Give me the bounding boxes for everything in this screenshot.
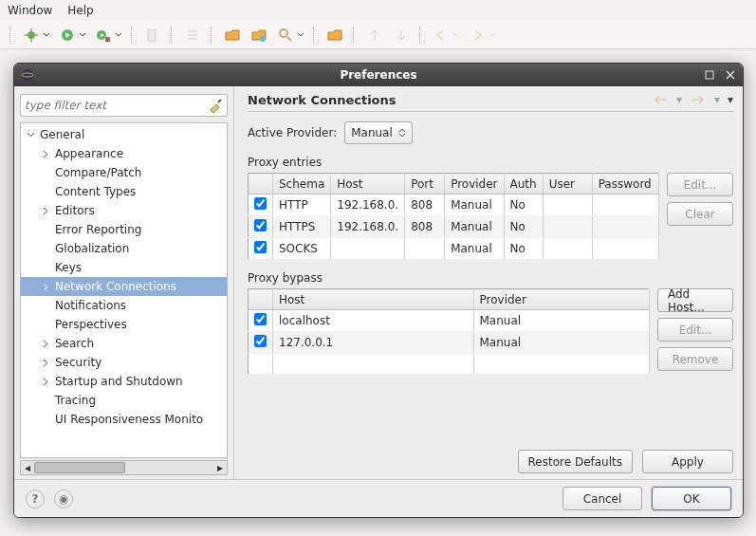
cell-user [543, 238, 592, 260]
col-bypass-host[interactable]: Host [273, 289, 474, 310]
twisty-closed-icon[interactable] [40, 338, 51, 349]
table-row[interactable]: 127.0.0.1Manual [249, 332, 650, 354]
maximize-icon[interactable] [701, 66, 718, 83]
run-external-icon[interactable] [93, 25, 114, 46]
open-task-icon[interactable] [249, 25, 269, 46]
chevron-down-icon[interactable] [42, 25, 51, 46]
col-auth[interactable]: Auth [504, 174, 543, 194]
twisty-closed-icon[interactable] [40, 148, 51, 159]
tree-label: Keys [55, 261, 82, 274]
table-row[interactable]: HTTP192.168.0.808ManualNo [249, 194, 659, 216]
twisty-open-icon[interactable] [25, 129, 36, 140]
cell-port [405, 238, 445, 260]
twisty-empty [40, 395, 51, 406]
chevron-down-icon[interactable] [114, 25, 123, 46]
table-row[interactable]: localhostManual [249, 310, 650, 332]
filter-field[interactable] [20, 94, 228, 117]
tree-item[interactable]: Appearance [21, 144, 227, 163]
tree-label: Network Connections [55, 280, 176, 293]
col-bypass-provider[interactable]: Provider [473, 289, 650, 310]
scroll-right-icon[interactable]: ▸ [213, 461, 227, 474]
row-checkbox[interactable] [254, 241, 267, 253]
restore-defaults-button[interactable]: Restore Defaults [518, 450, 633, 473]
back-arrow-icon[interactable] [652, 92, 669, 107]
col-host[interactable]: Host [331, 174, 405, 194]
tree-item[interactable]: Startup and Shutdown [21, 372, 227, 391]
forward-arrow-icon[interactable] [690, 92, 707, 107]
close-icon[interactable] [722, 66, 739, 83]
row-checkbox[interactable] [254, 335, 267, 347]
clear-filter-icon[interactable] [208, 98, 223, 113]
tree-item[interactable]: Perspectives [21, 315, 227, 334]
tree-item[interactable]: Search [21, 334, 227, 353]
chevron-down-icon[interactable] [296, 25, 305, 46]
preferences-tree[interactable]: General AppearanceCompare/PatchContent T… [20, 122, 228, 458]
dialog-bottom-bar: ? ◉ Cancel OK [14, 479, 743, 517]
col-password[interactable]: Password [592, 174, 658, 194]
tree-label: Appearance [55, 147, 123, 160]
help-icon[interactable]: ? [26, 490, 45, 508]
col-provider[interactable]: Provider [445, 174, 504, 194]
row-checkbox[interactable] [254, 197, 267, 210]
cell-password [592, 194, 658, 216]
clear-proxy-button[interactable]: Clear [667, 202, 733, 226]
edit-bypass-button[interactable]: Edit... [657, 318, 733, 342]
tree-item[interactable]: Globalization [21, 239, 227, 258]
edit-proxy-button[interactable]: Edit... [667, 173, 733, 196]
col-schema[interactable]: Schema [273, 174, 331, 194]
back-icon [431, 25, 452, 46]
twisty-closed-icon[interactable] [40, 357, 51, 368]
tree-item[interactable]: Editors [21, 201, 227, 220]
open-type-icon[interactable] [222, 25, 243, 46]
debug-icon[interactable] [21, 25, 42, 46]
table-row[interactable]: SOCKSManualNo [249, 238, 659, 260]
chevron-down-icon[interactable] [78, 25, 87, 46]
twisty-closed-icon[interactable] [40, 281, 51, 292]
active-provider-select[interactable]: Manual [344, 121, 413, 144]
tree-label: Security [55, 356, 101, 369]
scroll-thumb[interactable] [34, 462, 125, 473]
tree-item[interactable]: Content Types [21, 182, 227, 201]
twisty-closed-icon[interactable] [40, 205, 51, 216]
tree-item[interactable]: UI Responsiveness Monito [21, 410, 227, 429]
col-user[interactable]: User [543, 174, 592, 194]
folder-icon[interactable] [324, 25, 345, 46]
cell-port: 808 [405, 194, 445, 216]
proxy-entries-table[interactable]: Schema Host Port Provider Auth User Pass… [248, 173, 659, 260]
row-checkbox[interactable] [254, 219, 267, 231]
tree-label: Notifications [55, 299, 126, 312]
cancel-button[interactable]: Cancel [562, 487, 642, 510]
record-icon[interactable]: ◉ [54, 490, 73, 508]
cell-user [543, 216, 592, 238]
add-host-button[interactable]: Add Host... [657, 288, 733, 312]
menu-help[interactable]: Help [67, 4, 93, 17]
tree-label: Editors [55, 204, 95, 217]
menu-window[interactable]: Window [8, 4, 52, 17]
run-icon[interactable] [57, 25, 78, 46]
filter-input[interactable] [25, 99, 208, 112]
tree-item[interactable]: Compare/Patch [21, 163, 227, 182]
search-icon[interactable] [275, 25, 296, 46]
ok-button[interactable]: OK [652, 487, 731, 510]
apply-button[interactable]: Apply [642, 450, 733, 473]
menu-dropdown-icon[interactable]: ▾ [728, 93, 733, 106]
scroll-left-icon[interactable]: ◂ [21, 461, 34, 474]
horizontal-scrollbar[interactable]: ◂ ▸ [20, 460, 228, 475]
twisty-closed-icon[interactable] [40, 376, 51, 387]
proxy-bypass-table[interactable]: Host Provider localhostManual127.0.0.1Ma… [248, 288, 650, 375]
tree-item[interactable]: Security [21, 353, 227, 372]
col-port[interactable]: Port [405, 174, 445, 194]
toolbar-separator [313, 27, 317, 44]
remove-bypass-button[interactable]: Remove [657, 347, 733, 371]
menubar: Window Help [0, 0, 756, 21]
row-checkbox[interactable] [254, 313, 267, 325]
svg-line-20 [218, 100, 221, 102]
tree-item[interactable]: Keys [21, 258, 227, 277]
table-row[interactable]: HTTPS192.168.0.808ManualNo [249, 216, 659, 238]
tree-item[interactable]: Notifications [21, 296, 227, 315]
cell-host: 127.0.0.1 [273, 332, 474, 354]
tree-item[interactable]: Error Reporting [21, 220, 227, 239]
tree-root-general[interactable]: General [21, 125, 227, 144]
tree-item[interactable]: Tracing [21, 391, 227, 410]
tree-item[interactable]: Network Connections [21, 277, 227, 296]
